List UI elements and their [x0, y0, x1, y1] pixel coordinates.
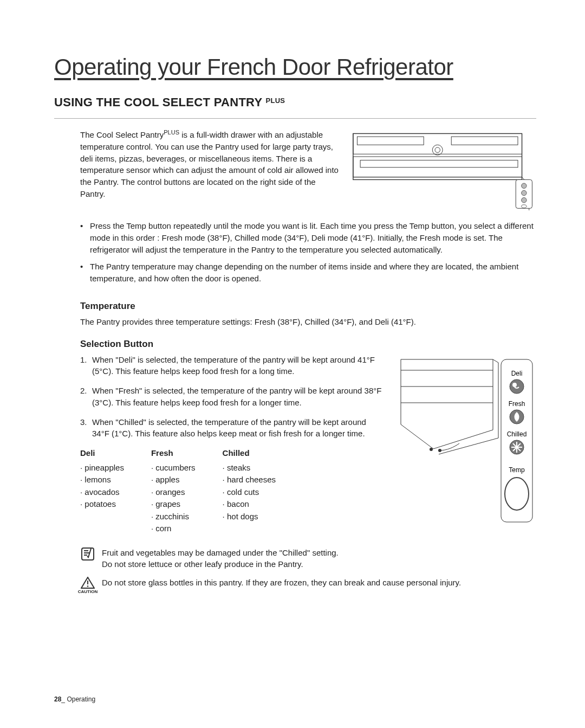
food-item: hard cheeses: [223, 474, 276, 486]
page-footer: 28_ Operating: [54, 695, 95, 703]
selection-heading: Selection Button: [80, 339, 536, 350]
svg-point-23: [87, 585, 89, 587]
intro-prefix: The Cool Select Pantry: [80, 130, 164, 139]
food-col-chilled: Chilled steaks hard cheeses cold cuts ba…: [223, 447, 276, 535]
svg-point-13: [430, 448, 433, 451]
svg-point-5: [435, 147, 440, 152]
drawer-svg: [352, 128, 536, 210]
svg-point-4: [432, 145, 443, 155]
selection-text: When "Deli" is selected, the temperature…: [80, 354, 385, 535]
panel-label-temp: Temp: [509, 466, 525, 474]
section-heading-text: USING THE COOL SELECT PANTRY: [54, 95, 262, 109]
food-item: cucumbers: [151, 462, 196, 474]
section-heading-sup: PLUS: [265, 96, 285, 105]
note-row: Fruit and vegetables may be damaged unde…: [80, 547, 536, 571]
control-panel-svg: Deli Fresh Chilled Temp: [395, 354, 536, 527]
food-item: avocados: [80, 486, 124, 499]
food-item: steaks: [223, 462, 276, 474]
food-item: zucchinis: [151, 511, 196, 523]
intro-sup: PLUS: [164, 129, 179, 136]
svg-point-10: [522, 190, 526, 195]
food-item: grapes: [151, 498, 196, 511]
food-col-head: Fresh: [151, 447, 196, 460]
caution-label: CAUTION: [78, 589, 98, 595]
panel-label-deli: Deli: [511, 370, 523, 377]
svg-point-12: [522, 205, 526, 208]
bullet-item: The Pantry temperature may change depend…: [80, 261, 536, 285]
note-symbol-icon: [81, 547, 95, 561]
svg-rect-21: [82, 548, 94, 560]
svg-point-11: [522, 197, 526, 202]
panel-label-fresh: Fresh: [509, 400, 525, 408]
intro-rest: is a full-width drawer with an adjustabl…: [80, 130, 339, 198]
food-item: corn: [151, 523, 196, 535]
step-item: When "Deli" is selected, the temperature…: [80, 354, 385, 378]
selection-steps: When "Deli" is selected, the temperature…: [80, 354, 385, 440]
food-col-fresh: Fresh cucumbers apples oranges grapes zu…: [151, 447, 196, 535]
food-columns: Deli pineapples lemons avocados potatoes…: [80, 447, 385, 535]
temperature-heading: Temperature: [80, 301, 536, 312]
food-col-head: Chilled: [223, 447, 276, 460]
panel-label-chilled: Chilled: [507, 430, 527, 438]
caution-row: CAUTION Do not store glass bottles in th…: [80, 577, 536, 595]
svg-point-17: [512, 383, 517, 387]
food-col-head: Deli: [80, 447, 124, 460]
temperature-body: The Pantry provides three temperature se…: [80, 316, 536, 328]
svg-point-20: [505, 478, 529, 510]
selection-row: When "Deli" is selected, the temperature…: [80, 354, 536, 535]
svg-rect-2: [357, 137, 424, 145]
note-text: Fruit and vegetables may be damaged unde…: [102, 547, 339, 571]
bullet-item: Press the Temp button repeatedly until t…: [80, 220, 536, 255]
intro-row: The Cool Select PantryPLUS is a full-wid…: [80, 128, 536, 212]
food-item: oranges: [151, 486, 196, 499]
svg-rect-3: [451, 137, 518, 145]
caution-icon: CAUTION: [80, 577, 95, 595]
step-item: When "Chilled" is selected, the temperat…: [80, 416, 385, 440]
svg-rect-7: [360, 160, 518, 167]
food-item: pineapples: [80, 462, 124, 474]
divider: [54, 118, 536, 119]
caution-text: Do not store glass bottles in this pantr…: [102, 577, 461, 589]
food-item: bacon: [223, 498, 276, 511]
footer-section: Operating: [65, 695, 95, 703]
food-item: potatoes: [80, 498, 124, 511]
food-list: steaks hard cheeses cold cuts bacon hot …: [223, 462, 276, 523]
content-block: The Cool Select PantryPLUS is a full-wid…: [54, 128, 536, 595]
page-number: 28: [54, 695, 61, 703]
caution-triangle-icon: [81, 577, 95, 589]
section-heading: USING THE COOL SELECT PANTRY PLUS: [54, 95, 536, 109]
note-icon: [80, 547, 95, 561]
food-item: lemons: [80, 474, 124, 486]
note-line: Do not store lettuce or other leafy prod…: [102, 558, 339, 570]
note-line: Fruit and vegetables may be damaged unde…: [102, 547, 339, 559]
food-list: cucumbers apples oranges grapes zucchini…: [151, 462, 196, 535]
svg-rect-6: [353, 157, 522, 177]
manual-page: Operating your French Door Refrigerator …: [0, 0, 585, 728]
drawer-illustration: [352, 128, 536, 212]
bullet-list: Press the Temp button repeatedly until t…: [80, 220, 536, 285]
food-col-deli: Deli pineapples lemons avocados potatoes: [80, 447, 124, 535]
step-item: When "Fresh" is selected, the temperatur…: [80, 385, 385, 409]
svg-point-16: [510, 379, 524, 394]
food-item: apples: [151, 474, 196, 486]
food-list: pineapples lemons avocados potatoes: [80, 462, 124, 511]
food-item: hot dogs: [223, 511, 276, 523]
intro-paragraph: The Cool Select PantryPLUS is a full-wid…: [80, 128, 341, 212]
control-panel-illustration: Deli Fresh Chilled Temp: [395, 354, 536, 535]
page-title: Operating your French Door Refrigerator: [54, 54, 536, 80]
svg-point-9: [522, 183, 526, 188]
food-item: cold cuts: [223, 486, 276, 499]
